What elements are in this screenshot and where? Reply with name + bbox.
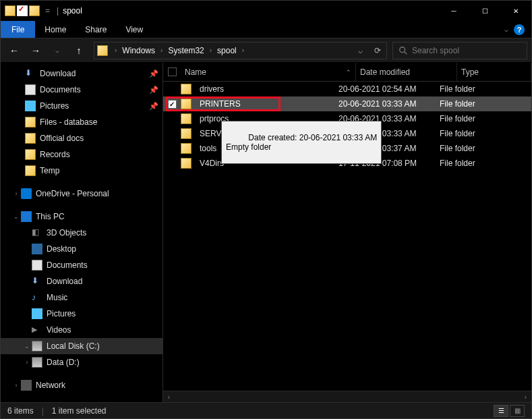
sidebar-item-quickaccess[interactable]: Files - database [1, 114, 162, 130]
search-input[interactable]: Search spool [392, 42, 527, 59]
breadcrumb-spool[interactable]: spool [214, 46, 239, 55]
chevron-right-icon[interactable]: › [239, 47, 247, 54]
sidebar-item-thispc-child[interactable]: ⌄Local Disk (C:) [1, 338, 162, 354]
svg-line-1 [405, 51, 407, 54]
sidebar-item-thispc-child[interactable]: Documents [1, 257, 162, 273]
folder-icon [25, 117, 36, 128]
sidebar-item-thispc[interactable]: ⌄ This PC [1, 208, 162, 225]
sidebar-item-thispc-child[interactable]: Pictures [1, 306, 162, 322]
up-button[interactable]: ↑ [69, 41, 88, 60]
details-view-button[interactable]: ☰ [494, 405, 508, 417]
network-icon [21, 380, 32, 391]
chevron-right-icon[interactable]: › [207, 47, 214, 54]
column-name[interactable]: Name⌃ [181, 63, 356, 81]
ribbon-expand-icon[interactable]: ⌵ [504, 26, 508, 33]
back-button[interactable]: ← [5, 41, 24, 60]
recent-dropdown[interactable]: ⌵ [48, 41, 67, 60]
onedrive-icon [21, 188, 32, 199]
address-folder-icon [97, 45, 108, 56]
window-title: spool [60, 6, 82, 16]
chevron-down-icon[interactable]: ⌄ [22, 343, 32, 350]
picture-icon [32, 308, 42, 319]
sidebar-item-thispc-child[interactable]: ›Data (D:) [1, 354, 162, 370]
forward-button[interactable]: → [26, 41, 45, 60]
sidebar-item-thispc-child[interactable]: 3D Objects [1, 225, 162, 241]
share-tab[interactable]: Share [76, 21, 116, 38]
breadcrumb-windows[interactable]: Windows [119, 46, 158, 55]
column-date[interactable]: Date modified [356, 63, 457, 81]
music-icon [32, 292, 42, 303]
document-icon [32, 260, 42, 271]
download-icon [25, 68, 36, 79]
file-tab[interactable]: File [1, 21, 35, 38]
chevron-right-icon[interactable]: › [22, 359, 32, 366]
sidebar-item-network[interactable]: › Network [1, 377, 162, 393]
sidebar-label: Temp [40, 166, 59, 175]
thumbnails-view-button[interactable]: ▦ [510, 405, 525, 417]
folder-icon [181, 128, 191, 139]
chevron-right-icon[interactable]: › [11, 382, 21, 389]
sidebar-item-quickaccess[interactable]: Records [1, 146, 162, 163]
sidebar-item-quickaccess[interactable]: Temp [1, 163, 162, 179]
sidebar-label: Files - database [40, 117, 97, 127]
qat-newfolder-icon[interactable] [29, 5, 40, 16]
maximize-button[interactable]: ☐ [469, 1, 500, 21]
chevron-right-icon[interactable]: › [11, 190, 21, 197]
sidebar-label: Desktop [47, 244, 76, 254]
file-name: drivers [200, 84, 224, 94]
row-checkbox[interactable]: ✓ [168, 100, 177, 109]
scroll-left-button[interactable]: ‹ [163, 391, 175, 403]
scroll-right-button[interactable]: › [520, 391, 531, 403]
address-dropdown-button[interactable]: ⌵ [351, 43, 369, 59]
file-date: 20-06-2021 02:54 AM [338, 84, 440, 94]
pc-icon [21, 211, 32, 222]
video-icon [32, 325, 42, 335]
sidebar-item-thispc-child[interactable]: Videos [1, 322, 162, 338]
sidebar-item-thispc-child[interactable]: Download [1, 273, 162, 289]
home-tab[interactable]: Home [35, 21, 76, 38]
sidebar-item-quickaccess[interactable]: Pictures📌 [1, 98, 162, 114]
horizontal-scrollbar[interactable]: ‹ › [163, 391, 531, 402]
folder-icon [25, 149, 36, 160]
search-icon [398, 46, 408, 55]
sidebar-item-thispc-child[interactable]: Desktop [1, 241, 162, 257]
sidebar-item-quickaccess[interactable]: Documents📌 [1, 82, 162, 98]
sidebar-item-quickaccess[interactable]: Download📌 [1, 65, 162, 82]
file-list[interactable]: Date created: 20-06-2021 03:33 AMEmpty f… [163, 82, 531, 171]
file-type: File folder [440, 144, 514, 153]
breadcrumb-system32[interactable]: System32 [165, 46, 206, 55]
sidebar-label: Music [47, 293, 67, 302]
folder-icon [181, 113, 191, 124]
sidebar-item-onedrive[interactable]: › OneDrive - Personal [1, 186, 162, 202]
column-type[interactable]: Type [457, 63, 531, 81]
refresh-button[interactable]: ⟳ [369, 43, 386, 59]
download-icon [32, 276, 42, 287]
sidebar-item-thispc-child[interactable]: Music [1, 289, 162, 306]
file-type: File folder [440, 84, 514, 94]
sidebar-label: Videos [47, 325, 71, 335]
qat-properties-icon[interactable] [17, 5, 28, 16]
3d-icon [32, 227, 42, 238]
chevron-right-icon[interactable]: › [158, 47, 165, 54]
file-row[interactable]: drivers20-06-2021 02:54 AMFile folder [163, 82, 531, 96]
file-row[interactable]: ✓PRINTERS20-06-2021 03:33 AMFile folder [163, 96, 531, 111]
chevron-down-icon[interactable]: ⌄ [11, 213, 21, 220]
sidebar-label: Pictures [40, 101, 69, 111]
navigation-pane[interactable]: Download📌Documents📌Pictures📌Files - data… [1, 63, 163, 402]
folder-icon [181, 84, 191, 94]
select-all-checkbox[interactable] [168, 67, 177, 76]
folder-icon [25, 165, 36, 176]
view-tab[interactable]: View [116, 21, 152, 38]
app-icon [5, 5, 16, 16]
search-placeholder: Search spool [412, 46, 459, 55]
minimize-button[interactable]: ─ [438, 1, 469, 21]
address-bar[interactable]: › Windows › System32 › spool › ⌵ ⟳ [94, 42, 387, 59]
sidebar-label: Official docs [40, 134, 84, 143]
close-button[interactable]: ✕ [500, 1, 531, 21]
help-button[interactable]: ? [514, 24, 525, 35]
chevron-right-icon[interactable]: › [112, 47, 119, 54]
file-type: File folder [440, 99, 514, 109]
sidebar-item-quickaccess[interactable]: Official docs [1, 130, 162, 146]
sort-asc-icon: ⌃ [346, 69, 351, 76]
file-list-pane: Name⌃ Date modified Type Date created: 2… [163, 63, 531, 402]
